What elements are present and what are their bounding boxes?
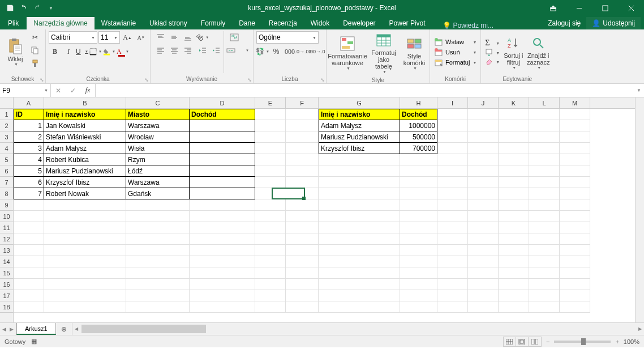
cell[interactable] — [468, 267, 499, 279]
wrap-text-button[interactable]: ab — [226, 31, 242, 44]
cut-button[interactable]: ✂ — [29, 31, 41, 44]
cell[interactable]: 3 — [14, 143, 44, 154]
cell[interactable] — [499, 188, 529, 199]
cell[interactable] — [286, 109, 319, 120]
cell[interactable] — [44, 256, 126, 267]
cell[interactable] — [560, 222, 590, 233]
cell[interactable] — [319, 245, 400, 256]
cell[interactable]: Robert Nowak — [44, 188, 126, 199]
cell[interactable] — [499, 109, 529, 120]
zoom-out-button[interactable]: − — [546, 338, 549, 345]
cell[interactable] — [190, 233, 255, 245]
cell[interactable] — [499, 233, 529, 245]
copy-button[interactable] — [29, 44, 41, 57]
cell[interactable] — [437, 233, 468, 245]
cell[interactable] — [44, 233, 126, 245]
cell[interactable] — [190, 177, 255, 188]
cell[interactable] — [499, 290, 529, 301]
cell[interactable]: Adam Małysz — [44, 143, 126, 154]
cell[interactable] — [190, 290, 255, 301]
merge-button[interactable]: ▼ — [226, 44, 249, 57]
autosum-button[interactable]: Σ▼ — [485, 39, 500, 48]
cell[interactable] — [14, 211, 44, 222]
cell[interactable] — [44, 301, 126, 313]
cell[interactable] — [560, 301, 590, 313]
cell[interactable] — [400, 199, 437, 211]
row-header[interactable]: 2 — [0, 120, 13, 131]
cell[interactable]: Stefan Wiśniewski — [44, 131, 126, 143]
cell[interactable] — [319, 279, 400, 290]
cell[interactable] — [126, 301, 190, 313]
cell[interactable] — [529, 177, 560, 188]
cell[interactable] — [44, 245, 126, 256]
scroll-thumb[interactable] — [81, 325, 206, 333]
zoom-in-button[interactable]: + — [615, 338, 619, 345]
cell[interactable] — [437, 131, 468, 143]
increase-decimal-button[interactable]: .0→.00 — [297, 45, 310, 58]
sort-filter-button[interactable]: AZ Sortuj i filtruj▼ — [501, 31, 526, 73]
cell[interactable]: 1000000 — [400, 120, 437, 131]
cell[interactable] — [190, 131, 255, 143]
cell[interactable] — [529, 211, 560, 222]
cell[interactable] — [499, 301, 529, 313]
cell[interactable] — [400, 290, 437, 301]
cell[interactable] — [190, 245, 255, 256]
column-header[interactable]: E — [255, 97, 286, 108]
fill-button[interactable]: ▼ — [485, 49, 500, 57]
tab-data[interactable]: Dane — [232, 17, 262, 29]
cell[interactable] — [468, 211, 499, 222]
column-header[interactable]: A — [14, 97, 44, 108]
cell[interactable] — [14, 301, 44, 313]
name-box[interactable]: F9▼ — [0, 84, 51, 97]
page-break-button[interactable] — [529, 337, 541, 346]
italic-button[interactable]: I — [62, 45, 75, 58]
cell[interactable] — [529, 120, 560, 131]
cell[interactable] — [560, 120, 590, 131]
cell[interactable] — [190, 199, 255, 211]
row-header[interactable]: 8 — [0, 188, 13, 199]
cell[interactable] — [560, 211, 590, 222]
tab-page-layout[interactable]: Układ strony — [143, 17, 194, 29]
cell[interactable] — [286, 245, 319, 256]
cell[interactable]: 7 — [14, 188, 44, 199]
sign-in-link[interactable]: Zaloguj się — [542, 17, 586, 29]
column-header[interactable]: H — [400, 97, 437, 108]
cell[interactable] — [529, 279, 560, 290]
row-header[interactable]: 3 — [0, 131, 13, 143]
cell[interactable] — [437, 120, 468, 131]
cell[interactable] — [400, 177, 437, 188]
cell[interactable]: 700000 — [400, 143, 437, 154]
cell[interactable] — [400, 222, 437, 233]
cell[interactable]: Rzym — [126, 154, 190, 165]
cell[interactable] — [468, 154, 499, 165]
cell[interactable] — [468, 290, 499, 301]
cell[interactable] — [126, 256, 190, 267]
cell[interactable] — [560, 109, 590, 120]
underline-button[interactable]: U▼ — [76, 45, 88, 58]
cell[interactable] — [14, 290, 44, 301]
cell[interactable]: Wisła — [126, 143, 190, 154]
expand-formula-bar-button[interactable]: ▼ — [634, 84, 644, 97]
cell[interactable] — [286, 233, 319, 245]
cell[interactable] — [437, 177, 468, 188]
column-header[interactable]: C — [126, 97, 190, 108]
formula-bar[interactable] — [96, 84, 634, 97]
font-size-combo[interactable]: 11▼ — [98, 31, 120, 44]
cell[interactable] — [319, 188, 400, 199]
cell[interactable]: Warszawa — [126, 177, 190, 188]
cell[interactable] — [529, 154, 560, 165]
cell[interactable] — [126, 211, 190, 222]
column-header[interactable]: L — [529, 97, 560, 108]
cell[interactable] — [468, 256, 499, 267]
page-layout-button[interactable] — [516, 337, 529, 346]
row-header[interactable]: 17 — [0, 290, 13, 301]
decrease-decimal-button[interactable]: .00→.0 — [311, 45, 323, 58]
decrease-font-button[interactable]: A▼ — [135, 31, 147, 44]
increase-indent-button[interactable] — [210, 44, 222, 57]
cell[interactable] — [44, 199, 126, 211]
cell[interactable] — [286, 177, 319, 188]
qat-customize-icon[interactable]: ▼ — [44, 0, 58, 16]
cell[interactable] — [255, 109, 286, 120]
cell[interactable]: 2 — [14, 131, 44, 143]
cell[interactable] — [286, 290, 319, 301]
